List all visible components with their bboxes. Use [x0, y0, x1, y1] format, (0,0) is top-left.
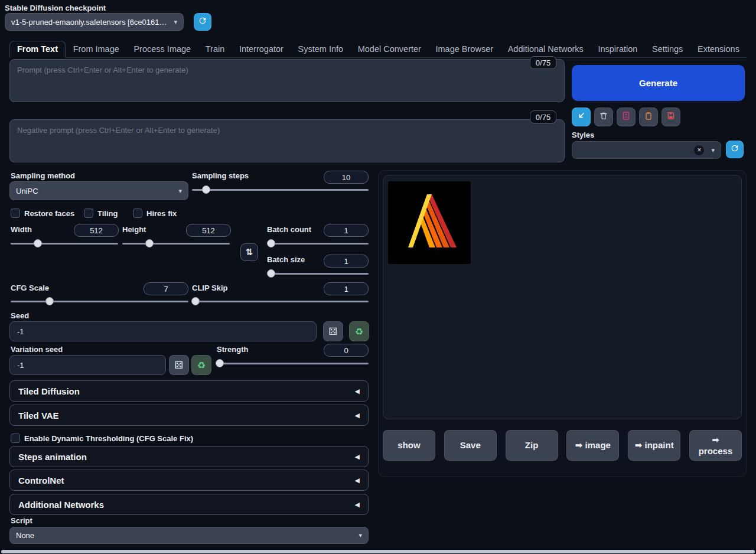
slider-thumb[interactable] — [202, 185, 210, 194]
clip-skip-input[interactable] — [324, 282, 369, 295]
accordion-steps-animation[interactable]: Steps animation ◀ — [9, 446, 369, 467]
slider-thumb[interactable] — [267, 269, 275, 278]
width-input[interactable] — [74, 224, 119, 237]
tab-image-browser[interactable]: Image Browser — [429, 41, 501, 57]
slider-thumb[interactable] — [267, 239, 275, 247]
hires-fix-checkbox[interactable] — [133, 208, 142, 218]
variation-seed-reuse-button[interactable]: ♻ — [191, 355, 211, 375]
apply-style-button[interactable] — [639, 107, 658, 126]
show-button[interactable]: show — [383, 430, 435, 461]
tab-interrogator[interactable]: Interrogator — [232, 41, 291, 57]
recycle-icon: ♻ — [197, 360, 206, 371]
height-input[interactable] — [186, 224, 231, 237]
generated-image-thumbnail[interactable] — [388, 181, 471, 264]
dynamic-thresholding-checkbox[interactable] — [11, 434, 20, 443]
generate-button[interactable]: Generate — [572, 65, 745, 101]
strength-label: Strength — [217, 345, 248, 354]
tab-additional-networks[interactable]: Additional Networks — [501, 41, 591, 57]
negative-prompt-input[interactable] — [9, 119, 565, 162]
horizontal-scrollbar[interactable] — [1, 550, 755, 553]
slider-thumb[interactable] — [216, 359, 224, 367]
seed-reuse-button[interactable]: ♻ — [349, 321, 369, 341]
styles-label: Styles — [572, 131, 594, 139]
sampling-steps-label: Sampling steps — [192, 171, 249, 180]
clear-styles-icon[interactable]: × — [694, 145, 704, 155]
styles-refresh-button[interactable] — [726, 141, 744, 158]
send-to-inpaint-button[interactable]: ➡ inpaint — [628, 430, 680, 461]
batch-size-label: Batch size — [267, 255, 305, 264]
strength-slider[interactable] — [217, 359, 369, 367]
strength-input[interactable] — [324, 344, 369, 357]
tab-system-info[interactable]: System Info — [291, 41, 351, 57]
paste-arrow-icon — [576, 111, 586, 123]
slider-thumb[interactable] — [145, 239, 154, 247]
sampling-method-select[interactable]: UniPC ▾ — [9, 181, 188, 200]
sampling-steps-slider[interactable] — [192, 185, 369, 194]
slider-track — [217, 363, 369, 364]
send-to-process-button[interactable]: ➡ process — [689, 430, 742, 461]
slider-track — [267, 273, 369, 275]
tab-extensions[interactable]: Extensions — [690, 41, 747, 57]
accordion-tiled-diffusion[interactable]: Tiled Diffusion ◀ — [9, 380, 369, 402]
slider-thumb[interactable] — [45, 297, 54, 305]
seed-input[interactable] — [9, 321, 317, 341]
clip-skip-label: CLIP Skip — [192, 283, 227, 292]
accordion-tiled-vae[interactable]: Tiled VAE ◀ — [9, 405, 369, 426]
accordion-controlnet[interactable]: ControlNet ◀ — [9, 470, 369, 491]
width-slider[interactable] — [11, 239, 118, 247]
slider-thumb[interactable] — [191, 297, 200, 305]
prompt-input[interactable] — [9, 59, 565, 102]
tab-process-image[interactable]: Process Image — [126, 41, 198, 57]
clear-prompt-button[interactable] — [594, 107, 613, 126]
variation-seed-input[interactable] — [9, 355, 166, 375]
styles-select[interactable]: × ▾ — [572, 141, 721, 159]
cfg-scale-slider[interactable] — [11, 297, 188, 305]
seed-random-button[interactable]: ⚄ — [323, 321, 343, 341]
send-to-image-button[interactable]: ➡ image — [566, 430, 619, 461]
restore-faces-checkbox[interactable] — [11, 208, 20, 218]
batch-count-slider[interactable] — [267, 239, 369, 247]
chevron-down-icon: ▾ — [711, 146, 715, 154]
tab-settings[interactable]: Settings — [645, 41, 690, 57]
sampling-method-label: Sampling method — [11, 171, 75, 180]
swap-icon: ⇅ — [246, 247, 253, 258]
accordion-title: Tiled Diffusion — [18, 386, 80, 396]
swap-dimensions-button[interactable]: ⇅ — [240, 243, 258, 261]
chevron-down-icon: ▾ — [359, 532, 362, 539]
refresh-icon — [730, 144, 739, 155]
hires-fix-label: Hires fix — [146, 209, 177, 218]
sampling-steps-input[interactable] — [324, 171, 369, 184]
tab-from-image[interactable]: From Image — [66, 41, 126, 57]
height-slider[interactable] — [122, 239, 230, 247]
seed-label: Seed — [11, 311, 29, 320]
save-style-button[interactable] — [662, 107, 680, 126]
batch-size-input[interactable] — [324, 255, 369, 268]
script-select[interactable]: None ▾ — [9, 527, 369, 544]
cfg-scale-label: CFG Scale — [11, 283, 49, 292]
batch-size-slider[interactable] — [267, 269, 369, 278]
tab-from-text[interactable]: From Text — [9, 41, 66, 58]
clip-skip-slider[interactable] — [192, 297, 369, 305]
dice-icon: ⚄ — [329, 325, 338, 338]
tiling-checkbox[interactable] — [84, 208, 93, 218]
tab-train[interactable]: Train — [198, 41, 232, 57]
checkpoint-value: v1-5-pruned-emaonly.safetensors [6ce0161… — [11, 18, 169, 27]
cfg-scale-input[interactable] — [144, 282, 188, 295]
tab-inspiration[interactable]: Inspiration — [591, 41, 644, 57]
accordion-title: Additional Networks — [18, 500, 104, 510]
extra-networks-button[interactable] — [617, 107, 636, 126]
zip-button[interactable]: Zip — [506, 430, 558, 461]
checkpoint-refresh-button[interactable] — [194, 13, 211, 31]
negative-prompt-token-counter: 0/75 — [530, 110, 556, 123]
paste-params-button[interactable] — [572, 107, 591, 126]
batch-count-input[interactable] — [324, 224, 369, 237]
chevron-down-icon: ▾ — [178, 187, 182, 195]
slider-thumb[interactable] — [34, 239, 42, 247]
tab-model-converter[interactable]: Model Converter — [351, 41, 428, 57]
script-value: None — [16, 531, 34, 540]
restore-faces-label: Restore faces — [24, 209, 74, 218]
save-button[interactable]: Save — [444, 430, 497, 461]
accordion-additional-networks[interactable]: Additional Networks ◀ — [9, 494, 369, 515]
variation-seed-random-button[interactable]: ⚄ — [169, 355, 189, 375]
checkpoint-select[interactable]: v1-5-pruned-emaonly.safetensors [6ce0161… — [5, 13, 184, 31]
